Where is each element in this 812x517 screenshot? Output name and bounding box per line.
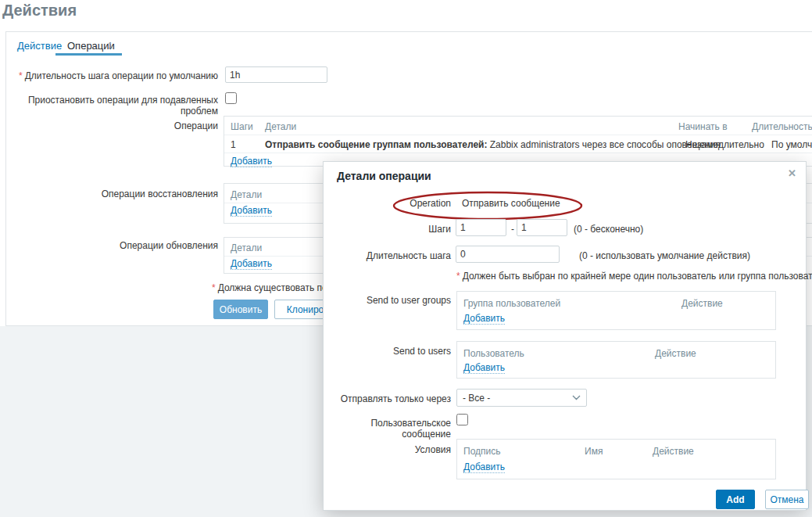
custom-message-label: Пользовательское сообщение: [324, 418, 451, 440]
tab-action[interactable]: Действие: [17, 40, 62, 52]
operations-col-steps: Шаги: [231, 121, 253, 132]
steps-dash: -: [511, 224, 514, 235]
user-groups-col-group: Группа пользователей: [463, 298, 560, 309]
media-type-select[interactable]: - Все -: [456, 389, 587, 407]
operation-row-step: 1: [231, 139, 236, 150]
media-type-selected-value: - Все -: [463, 393, 490, 404]
update-col-details: Детали: [231, 242, 262, 253]
users-add-link[interactable]: Добавить: [463, 362, 505, 374]
add-button[interactable]: Add: [716, 490, 755, 509]
operation-type-value: Отправить сообщение: [462, 198, 560, 209]
dialog-title: Детали операции: [337, 170, 431, 182]
required-mark: *: [212, 282, 216, 293]
operation-details-dialog: Детали операции ✕ Operation Отправить со…: [323, 161, 807, 511]
default-step-duration-label: *Длительность шага операции по умолчанию: [6, 70, 218, 81]
recovery-operations-label: Операции восстановления: [6, 188, 218, 199]
conditions-col-action: Действие: [653, 446, 694, 457]
page-title: Действия: [2, 2, 77, 20]
steps-to-input[interactable]: [517, 219, 567, 236]
users-col-user: Пользователь: [463, 348, 524, 359]
recovery-add-link[interactable]: Добавить: [231, 205, 272, 217]
close-icon[interactable]: ✕: [788, 167, 796, 179]
steps-label: Шаги: [324, 224, 451, 235]
recovery-col-details: Детали: [231, 189, 262, 200]
operation-row-start-in: Незамедлительно: [685, 139, 764, 150]
user-groups-table: Группа пользователей Действие Добавить: [456, 291, 776, 330]
users-table: Пользователь Действие Добавить: [456, 341, 776, 379]
operations-label: Операции: [6, 120, 218, 131]
default-step-duration-input[interactable]: [225, 66, 327, 83]
user-groups-col-action: Действие: [681, 298, 723, 309]
pause-suppressed-checkbox[interactable]: [225, 92, 237, 104]
user-required-warning: *Должен быть выбран по крайней мере один…: [456, 271, 812, 282]
users-col-action: Действие: [655, 348, 696, 359]
update-operations-label: Операции обновления: [6, 240, 218, 251]
step-duration-label: Длительность шага: [324, 250, 451, 261]
operations-add-link[interactable]: Добавить: [231, 156, 272, 167]
required-mark: *: [19, 70, 23, 81]
operations-col-details: Детали: [265, 121, 296, 132]
custom-message-checkbox[interactable]: [456, 414, 468, 425]
steps-hint: (0 - бесконечно): [574, 224, 643, 235]
operations-table: Шаги Детали Начинать в Длительность 1 От…: [224, 116, 812, 167]
operation-row-duration: По умолчанию: [771, 139, 812, 150]
pause-suppressed-label: Приостановить операции для подавленных п…: [6, 95, 218, 117]
user-groups-add-link[interactable]: Добавить: [463, 313, 505, 325]
form-requirement-hint: *Должна существовать по к: [212, 282, 334, 293]
cancel-button[interactable]: Отмена: [765, 490, 809, 509]
table-divider: [224, 135, 812, 135]
tab-operations-count: 1: [108, 41, 113, 50]
send-to-user-groups-label: Send to user groups: [324, 295, 451, 306]
active-tab-underline: [55, 53, 122, 56]
table-divider: [224, 153, 812, 153]
conditions-add-link[interactable]: Добавить: [463, 461, 505, 473]
operation-type-label: Operation: [324, 198, 451, 209]
step-duration-hint: (0 - использовать умолчание действия): [579, 250, 750, 261]
operations-col-duration: Длительность: [752, 121, 812, 132]
update-add-link[interactable]: Добавить: [231, 258, 272, 270]
conditions-label: Условия: [324, 444, 451, 455]
chevron-down-icon: [572, 395, 581, 400]
conditions-col-label: Подпись: [463, 446, 501, 457]
step-duration-input[interactable]: [456, 246, 560, 263]
steps-from-input[interactable]: [456, 219, 506, 236]
send-only-to-label: Отправлять только через: [324, 393, 451, 404]
operation-row-details: Отправить сообщение группам пользователе…: [265, 139, 721, 150]
update-button[interactable]: Обновить: [213, 300, 268, 319]
conditions-table: Подпись Имя Действие Добавить: [456, 439, 776, 479]
send-to-users-label: Send to users: [324, 346, 451, 357]
required-mark: *: [456, 271, 460, 282]
conditions-col-name: Имя: [585, 446, 603, 457]
operations-col-start-in: Начинать в: [678, 121, 728, 132]
